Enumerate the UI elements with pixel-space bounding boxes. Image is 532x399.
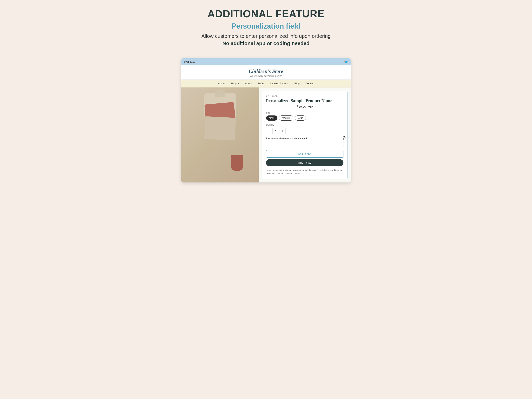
nav-blog[interactable]: Blog	[294, 82, 299, 85]
product-image-col	[181, 88, 259, 183]
product-price: ₱20.00 PHP	[266, 105, 343, 108]
nav-shop[interactable]: Shop ∨	[231, 82, 239, 85]
add-to-cart-button[interactable]: Add to cart	[266, 150, 343, 158]
nav-landing[interactable]: Landing Page ∨	[270, 82, 288, 85]
quantity-label: Quantity	[266, 124, 343, 126]
main-title: ADDITIONAL FEATURE	[177, 8, 355, 20]
quantity-control: − 1 +	[266, 128, 286, 134]
subtitle: Personalization field	[177, 22, 355, 30]
topbar-text: over $100	[184, 60, 196, 63]
quantity-value: 1	[272, 128, 279, 134]
personalization-wrapper: ↙	[266, 141, 343, 147]
twitter-icon: 🐦	[344, 60, 348, 64]
shirt-light	[204, 116, 236, 140]
personalization-label: Please enter the name you want printed	[266, 137, 343, 139]
socks	[231, 155, 243, 171]
size-large-button[interactable]: large	[295, 115, 306, 120]
quantity-plus-button[interactable]: +	[279, 128, 285, 134]
store-name: Children's Store	[183, 68, 349, 74]
store-nav: Home Shop ∨ About FAQs Landing Page ∨ Bl…	[181, 80, 351, 88]
size-small-button[interactable]: small	[266, 115, 278, 120]
nav-faqs[interactable]: FAQs	[258, 82, 264, 85]
description: Allow customers to enter personalized in…	[177, 33, 355, 39]
vendor-tag: SWT-BAKERY	[266, 95, 343, 97]
size-options: small medium large	[266, 115, 343, 120]
product-info-col: SWT-BAKERY Personalized Sample Product N…	[262, 91, 348, 179]
product-name: Personalized Sample Product Name	[266, 98, 343, 103]
bold-note: No additional app or coding needed	[177, 40, 355, 46]
lorem-text: Lorem ipsum dolor sit amet, consectetur …	[266, 169, 343, 175]
nav-home[interactable]: Home	[218, 82, 225, 85]
browser-mockup: over $100 🐦 Children's Store Where every…	[181, 58, 351, 183]
buy-now-button[interactable]: Buy it now	[266, 159, 343, 166]
browser-topbar: over $100 🐦	[181, 58, 351, 65]
product-area: SWT-BAKERY Personalized Sample Product N…	[181, 88, 351, 183]
personalization-input[interactable]	[266, 141, 343, 147]
nav-about[interactable]: About	[245, 82, 252, 85]
quantity-minus-button[interactable]: −	[266, 128, 272, 134]
size-label: Size	[266, 112, 343, 114]
store-header: Children's Store Where every adventure b…	[181, 65, 351, 80]
store-tagline: Where every adventure begins	[183, 75, 349, 77]
nav-contact[interactable]: Contact	[305, 82, 314, 85]
size-medium-button[interactable]: medium	[279, 115, 293, 120]
page-header: ADDITIONAL FEATURE Personalization field…	[177, 8, 355, 52]
clothing-illustration	[181, 88, 259, 183]
